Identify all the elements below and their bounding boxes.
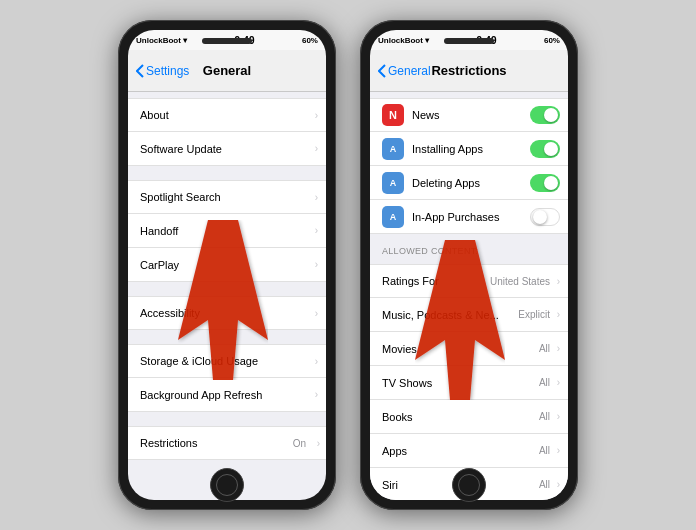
row-carplay[interactable]: CarPlay › (128, 248, 326, 282)
chevron-icon: › (557, 479, 560, 490)
screen-2: N News A Installing Apps (370, 92, 568, 500)
chevron-icon: › (315, 308, 318, 319)
row-accessibility[interactable]: Accessibility › (128, 296, 326, 330)
spacer-4 (128, 412, 326, 420)
wifi-icon-1: ▾ (183, 36, 187, 45)
nav-title-2: Restrictions (431, 63, 506, 78)
nav-bar-2: General Restrictions (370, 50, 568, 92)
restrictions-value: On (293, 438, 306, 449)
chevron-icon: › (315, 192, 318, 203)
chevron-icon: › (557, 445, 560, 456)
chevron-icon: › (557, 276, 560, 287)
back-chevron-icon-1 (136, 64, 144, 78)
installing-apps-toggle[interactable] (530, 140, 560, 158)
chevron-icon: › (317, 438, 320, 449)
section-spotlight: Spotlight Search › Handoff › CarPlay › (128, 180, 326, 282)
phone-2: UnlockBoot ▾ 9:49 60% General Restrictio… (360, 20, 578, 510)
row-news[interactable]: N News (370, 98, 568, 132)
chevron-icon: › (315, 225, 318, 236)
chevron-icon: › (315, 389, 318, 400)
deleting-apps-toggle[interactable] (530, 174, 560, 192)
chevron-icon: › (557, 377, 560, 388)
carrier-1: UnlockBoot (136, 36, 181, 45)
row-handoff[interactable]: Handoff › (128, 214, 326, 248)
screen-1: About › Software Update › Spotlight Sear… (128, 92, 326, 500)
home-button-1[interactable] (210, 468, 244, 502)
back-label-1: Settings (146, 64, 189, 78)
chevron-icon: › (315, 110, 318, 121)
section-accessibility: Accessibility › (128, 296, 326, 330)
row-books[interactable]: Books All › (370, 400, 568, 434)
time-2: 9:49 (476, 35, 496, 46)
time-1: 9:49 (234, 35, 254, 46)
row-in-app-purchases[interactable]: A In-App Purchases (370, 200, 568, 234)
row-software-update[interactable]: Software Update › (128, 132, 326, 166)
back-label-2: General (388, 64, 431, 78)
chevron-icon: › (557, 411, 560, 422)
section-storage: Storage & iCloud Usage › Background App … (128, 344, 326, 412)
home-button-2[interactable] (452, 468, 486, 502)
spacer-5 (370, 234, 568, 242)
status-bar-1: UnlockBoot ▾ 9:49 60% (128, 30, 326, 50)
phone-1: UnlockBoot ▾ 9:49 60% Settings General (118, 20, 336, 510)
row-tv-shows[interactable]: TV Shows All › (370, 366, 568, 400)
nav-title-1: General (203, 63, 251, 78)
row-about[interactable]: About › (128, 98, 326, 132)
spacer-2 (128, 282, 326, 290)
chevron-icon: › (315, 143, 318, 154)
chevron-icon: › (315, 356, 318, 367)
section-restrictions: Restrictions On › (128, 426, 326, 460)
news-toggle[interactable] (530, 106, 560, 124)
row-ratings-for[interactable]: Ratings For United States › (370, 264, 568, 298)
row-movies[interactable]: Movies All › (370, 332, 568, 366)
nav-bar-1: Settings General (128, 50, 326, 92)
chevron-icon: › (557, 343, 560, 354)
row-restrictions[interactable]: Restrictions On › (128, 426, 326, 460)
section-about: About › Software Update › (128, 98, 326, 166)
status-bar-2: UnlockBoot ▾ 9:49 60% (370, 30, 568, 50)
news-icon: N (382, 104, 404, 126)
deleting-apps-icon: A (382, 172, 404, 194)
section-allowed-content: Ratings For United States › Music, Podca… (370, 264, 568, 500)
back-button-2[interactable]: General (378, 64, 431, 78)
carrier-2: UnlockBoot (378, 36, 423, 45)
row-installing-apps[interactable]: A Installing Apps (370, 132, 568, 166)
in-app-toggle[interactable] (530, 208, 560, 226)
phones-container: UnlockBoot ▾ 9:49 60% Settings General (118, 20, 578, 510)
row-background-refresh[interactable]: Background App Refresh › (128, 378, 326, 412)
installing-apps-icon: A (382, 138, 404, 160)
wifi-icon-2: ▾ (425, 36, 429, 45)
allowed-content-header: ALLOWED CONTENT: (370, 242, 568, 258)
battery-1: 60% (302, 36, 318, 45)
row-spotlight[interactable]: Spotlight Search › (128, 180, 326, 214)
section-toggles: N News A Installing Apps (370, 98, 568, 234)
row-apps[interactable]: Apps All › (370, 434, 568, 468)
row-deleting-apps[interactable]: A Deleting Apps (370, 166, 568, 200)
row-storage[interactable]: Storage & iCloud Usage › (128, 344, 326, 378)
row-music-podcasts[interactable]: Music, Podcasts & Ne... Explicit › (370, 298, 568, 332)
spacer-1 (128, 166, 326, 174)
chevron-icon: › (557, 309, 560, 320)
battery-2: 60% (544, 36, 560, 45)
chevron-icon: › (315, 259, 318, 270)
spacer-3 (128, 330, 326, 338)
in-app-icon: A (382, 206, 404, 228)
back-button-1[interactable]: Settings (136, 64, 189, 78)
back-chevron-icon-2 (378, 64, 386, 78)
